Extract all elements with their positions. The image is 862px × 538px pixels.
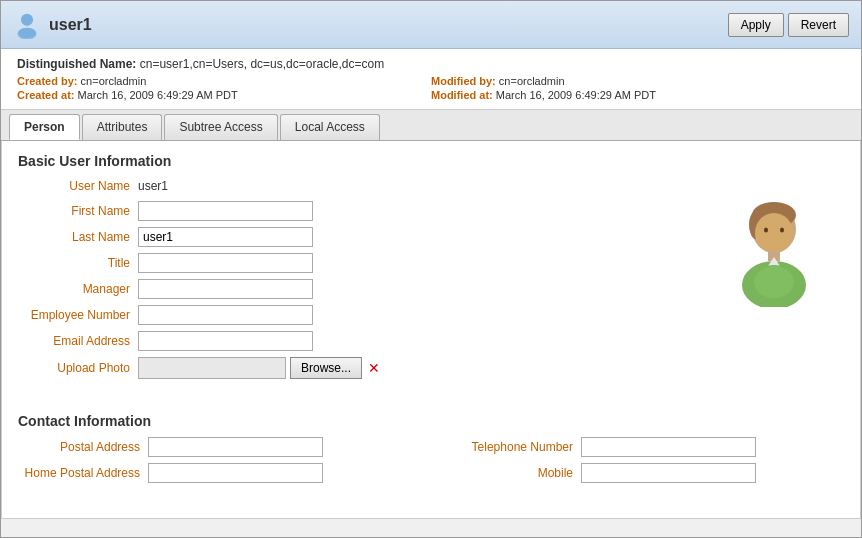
tab-attributes[interactable]: Attributes — [82, 114, 163, 140]
label-mobile: Mobile — [451, 466, 581, 480]
input-email[interactable] — [138, 331, 313, 351]
form-row-manager: Manager — [18, 279, 684, 299]
label-employee-number: Employee Number — [18, 308, 138, 322]
upload-path-display — [138, 357, 286, 379]
input-employee-number[interactable] — [138, 305, 313, 325]
label-firstname: First Name — [18, 204, 138, 218]
contact-field-postal: Postal Address — [18, 437, 411, 457]
form-area: User Name user1 First Name Last Name Tit… — [2, 177, 860, 401]
contact-section: Contact Information Postal Address Telep… — [2, 401, 860, 505]
contact-field-home-postal: Home Postal Address — [18, 463, 411, 483]
page-title: user1 — [49, 16, 92, 34]
dn-label: Distinguished Name: — [17, 57, 136, 71]
label-title: Title — [18, 256, 138, 270]
contact-row-home-postal: Home Postal Address Mobile — [18, 463, 844, 483]
svg-point-14 — [754, 266, 794, 298]
value-username: user1 — [138, 177, 168, 195]
created-by: Created by: cn=orcladmin — [17, 75, 431, 87]
created-by-value: cn=orcladmin — [81, 75, 147, 87]
contact-field-telephone: Telephone Number — [451, 437, 844, 457]
input-mobile[interactable] — [581, 463, 756, 483]
tab-bar: Person Attributes Subtree Access Local A… — [1, 110, 861, 141]
basic-info-title: Basic User Information — [2, 141, 860, 177]
input-manager[interactable] — [138, 279, 313, 299]
created-at-value: March 16, 2009 6:49:29 AM PDT — [78, 89, 238, 101]
svg-point-7 — [755, 213, 793, 253]
label-postal-address: Postal Address — [18, 440, 148, 454]
upload-row: Browse... ✕ — [138, 357, 380, 379]
clear-upload-icon[interactable]: ✕ — [368, 360, 380, 376]
label-lastname: Last Name — [18, 230, 138, 244]
apply-button[interactable]: Apply — [728, 13, 784, 37]
tab-person[interactable]: Person — [9, 114, 80, 140]
info-section: Distinguished Name: cn=user1,cn=Users, d… — [1, 49, 861, 110]
label-telephone: Telephone Number — [451, 440, 581, 454]
browse-button[interactable]: Browse... — [290, 357, 362, 379]
form-row-employee-number: Employee Number — [18, 305, 684, 325]
form-row-lastname: Last Name — [18, 227, 684, 247]
input-home-postal[interactable] — [148, 463, 323, 483]
svg-point-9 — [780, 228, 784, 233]
dn-value: cn=user1,cn=Users, dc=us,dc=oracle,dc=co… — [140, 57, 384, 71]
app-window: user1 Apply Revert Distinguished Name: c… — [0, 0, 862, 538]
header-buttons: Apply Revert — [728, 13, 849, 37]
label-home-postal: Home Postal Address — [18, 466, 148, 480]
label-upload-photo: Upload Photo — [18, 361, 138, 375]
created-by-label: Created by: — [17, 75, 78, 87]
modified-by-label: Modified by: — [431, 75, 496, 87]
user-header-icon — [13, 11, 41, 39]
input-firstname[interactable] — [138, 201, 313, 221]
distinguished-name-line: Distinguished Name: cn=user1,cn=Users, d… — [17, 57, 845, 71]
revert-button[interactable]: Revert — [788, 13, 849, 37]
contact-info-title: Contact Information — [18, 409, 844, 437]
input-title[interactable] — [138, 253, 313, 273]
avatar-area — [704, 177, 844, 385]
svg-point-2 — [22, 14, 33, 25]
created-at-label: Created at: — [17, 89, 74, 101]
form-row-title: Title — [18, 253, 684, 273]
label-username: User Name — [18, 179, 138, 193]
svg-point-8 — [764, 228, 768, 233]
contact-field-mobile: Mobile — [451, 463, 844, 483]
modified-at-value: March 16, 2009 6:49:29 AM PDT — [496, 89, 656, 101]
meta-grid: Created by: cn=orcladmin Modified by: cn… — [17, 75, 845, 101]
main-content[interactable]: Basic User Information User Name user1 F… — [1, 141, 861, 519]
header: user1 Apply Revert — [1, 1, 861, 49]
modified-by-value: cn=orcladmin — [499, 75, 565, 87]
form-row-username: User Name user1 — [18, 177, 684, 195]
label-manager: Manager — [18, 282, 138, 296]
user-avatar — [719, 197, 829, 307]
header-left: user1 — [13, 11, 92, 39]
form-row-email: Email Address — [18, 331, 684, 351]
svg-point-3 — [18, 27, 36, 38]
label-email: Email Address — [18, 334, 138, 348]
form-row-firstname: First Name — [18, 201, 684, 221]
modified-by: Modified by: cn=orcladmin — [431, 75, 845, 87]
created-at: Created at: March 16, 2009 6:49:29 AM PD… — [17, 89, 431, 101]
modified-at: Modified at: March 16, 2009 6:49:29 AM P… — [431, 89, 845, 101]
input-lastname[interactable] — [138, 227, 313, 247]
contact-row-postal: Postal Address Telephone Number — [18, 437, 844, 457]
tab-subtree-access[interactable]: Subtree Access — [164, 114, 277, 140]
input-postal-address[interactable] — [148, 437, 323, 457]
form-row-upload-photo: Upload Photo Browse... ✕ — [18, 357, 684, 379]
input-telephone[interactable] — [581, 437, 756, 457]
form-fields: User Name user1 First Name Last Name Tit… — [18, 177, 684, 385]
modified-at-label: Modified at: — [431, 89, 493, 101]
tab-local-access[interactable]: Local Access — [280, 114, 380, 140]
